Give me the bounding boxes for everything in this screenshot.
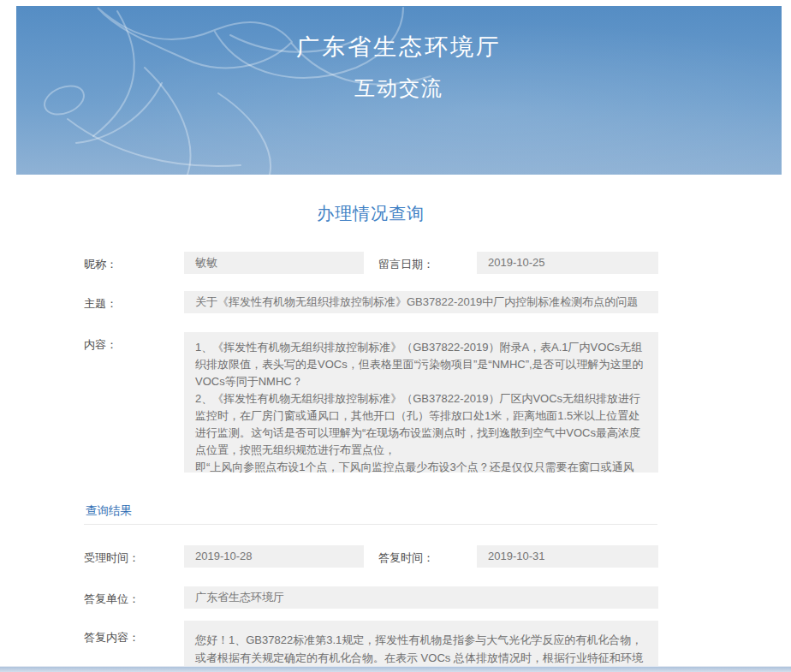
header-banner: 广东省生态环境厅 互动交流	[16, 6, 782, 175]
nickname-label: 昵称：	[84, 257, 117, 272]
message-date-label: 留言日期：	[378, 257, 434, 272]
subject-field[interactable]: 关于《挥发性有机物无组织排放控制标准》GB37822-2019中厂内控制标准检测…	[184, 291, 658, 313]
page-title: 办理情况查询	[84, 202, 657, 225]
reply-time-field[interactable]: 2019-10-31	[477, 545, 658, 568]
content-label: 内容：	[84, 337, 117, 353]
reply-content-label: 答复内容：	[84, 630, 140, 645]
subject-label: 主题：	[84, 296, 117, 312]
reply-unit-label: 答复单位：	[84, 592, 140, 607]
results-section-title: 查询结果	[86, 503, 132, 519]
bottom-scroll-edge[interactable]	[0, 666, 791, 672]
reply-content-field[interactable]: 您好！1、GB37822标准第3.1规定，挥发性有机物是指参与大气光化学反应的有…	[184, 621, 658, 672]
nickname-field[interactable]: 敏敏	[184, 252, 364, 274]
reply-unit-field[interactable]: 广东省生态环境厅	[184, 586, 658, 609]
content-field[interactable]: 1、《挥发性有机物无组织排放控制标准》（GB37822-2019）附录A，表A.…	[184, 332, 658, 473]
page: 广东省生态环境厅 互动交流 办理情况查询 昵称： 敏敏 留言日期： 2019-1…	[0, 0, 791, 672]
accepted-time-field[interactable]: 2019-10-28	[184, 545, 364, 568]
reply-time-label: 答复时间：	[378, 550, 434, 566]
section-title-banner: 互动交流	[16, 74, 782, 102]
message-date-field[interactable]: 2019-10-25	[477, 252, 658, 274]
org-title: 广东省生态环境厅	[16, 32, 782, 62]
section-divider	[84, 524, 657, 525]
accepted-time-label: 受理时间：	[84, 550, 140, 566]
